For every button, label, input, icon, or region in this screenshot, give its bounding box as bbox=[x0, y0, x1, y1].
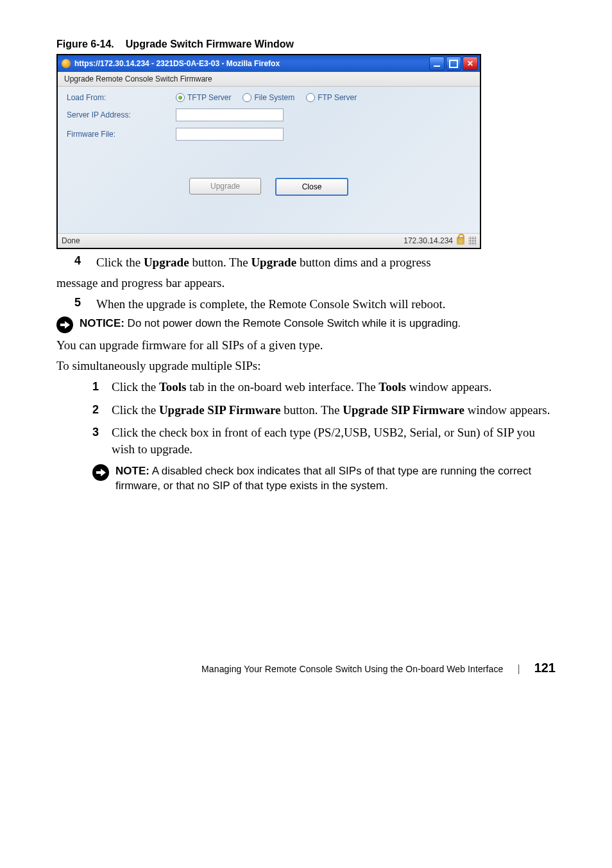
note-body: A disabled check box indicates that all … bbox=[115, 465, 531, 492]
list-item-text: Click the Tools tab in the on-board web … bbox=[112, 379, 491, 395]
page-number: 121 bbox=[534, 661, 556, 675]
radio-dot-icon bbox=[242, 93, 251, 102]
resize-grip-icon[interactable] bbox=[468, 236, 476, 245]
figure-title: Upgrade Switch Firmware Window bbox=[126, 39, 294, 49]
maximize-button[interactable] bbox=[446, 56, 461, 71]
step-number: 5 bbox=[74, 296, 96, 309]
dialog-body: Load From: TFTP Server File System FTP S… bbox=[58, 87, 480, 233]
radio-filesystem-label: File System bbox=[254, 93, 294, 102]
firefox-icon bbox=[62, 59, 71, 68]
radio-ftp[interactable]: FTP Server bbox=[306, 93, 357, 102]
figure-caption: Figure 6-14.Upgrade Switch Firmware Wind… bbox=[56, 39, 556, 50]
paragraph: To simultaneously upgrade multiple SIPs: bbox=[56, 358, 556, 374]
load-from-label: Load From: bbox=[67, 93, 176, 102]
note-label: NOTE: bbox=[115, 465, 149, 477]
upgrade-button[interactable]: Upgrade bbox=[189, 178, 261, 195]
radio-ftp-label: FTP Server bbox=[318, 93, 357, 102]
lock-icon bbox=[457, 237, 464, 245]
notice-arrow-icon bbox=[56, 317, 73, 333]
radio-dot-icon bbox=[176, 93, 185, 102]
window-title: https://172.30.14.234 - 2321DS-0A-E3-03 … bbox=[74, 59, 429, 68]
note-arrow-icon bbox=[92, 464, 109, 481]
list-number: 2 bbox=[92, 402, 112, 419]
notice-body: Do not power down the Remote Console Swi… bbox=[124, 317, 461, 329]
window-titlebar: https://172.30.14.234 - 2321DS-0A-E3-03 … bbox=[58, 55, 480, 72]
step-continuation: message and progress bar appears. bbox=[56, 275, 556, 291]
radio-dot-icon bbox=[306, 93, 315, 102]
server-ip-input[interactable] bbox=[176, 108, 284, 121]
figure-label: Figure 6-14. bbox=[56, 39, 114, 49]
list-item-text: Click the Upgrade SIP Firmware button. T… bbox=[112, 402, 550, 419]
radio-filesystem[interactable]: File System bbox=[242, 93, 294, 102]
status-bar: Done 172.30.14.234 bbox=[58, 233, 480, 248]
radio-tftp[interactable]: TFTP Server bbox=[176, 93, 231, 102]
close-window-button[interactable]: ✕ bbox=[463, 56, 478, 71]
close-button[interactable]: Close bbox=[275, 178, 348, 196]
status-ip: 172.30.14.234 bbox=[404, 236, 453, 245]
firmware-dialog: https://172.30.14.234 - 2321DS-0A-E3-03 … bbox=[56, 54, 481, 249]
notice-label: NOTICE: bbox=[80, 317, 124, 329]
list-number: 3 bbox=[92, 424, 112, 457]
notice-text: NOTICE: Do not power down the Remote Con… bbox=[80, 317, 461, 331]
note-text: NOTE: A disabled check box indicates tha… bbox=[115, 464, 556, 494]
step-text: Click the Upgrade button. The Upgrade bu… bbox=[96, 254, 431, 271]
status-text: Done bbox=[62, 236, 80, 245]
step-number: 4 bbox=[74, 254, 96, 268]
step-text: When the upgrade is complete, the Remote… bbox=[96, 296, 446, 313]
paragraph: You can upgrade firmware for all SIPs of… bbox=[56, 337, 556, 354]
server-ip-label: Server IP Address: bbox=[67, 110, 176, 119]
footer-text: Managing Your Remote Console Switch Usin… bbox=[201, 664, 503, 674]
radio-tftp-label: TFTP Server bbox=[187, 93, 231, 102]
list-number: 1 bbox=[92, 379, 112, 395]
page-footer: Managing Your Remote Console Switch Usin… bbox=[56, 661, 556, 675]
minimize-button[interactable] bbox=[429, 56, 445, 71]
footer-separator: | bbox=[517, 663, 520, 675]
firmware-file-label: Firmware File: bbox=[67, 130, 176, 139]
firmware-file-input[interactable] bbox=[176, 128, 284, 141]
dialog-subheader: Upgrade Remote Console Switch Firmware bbox=[58, 72, 480, 87]
list-item-text: Click the check box in front of each typ… bbox=[112, 424, 556, 457]
